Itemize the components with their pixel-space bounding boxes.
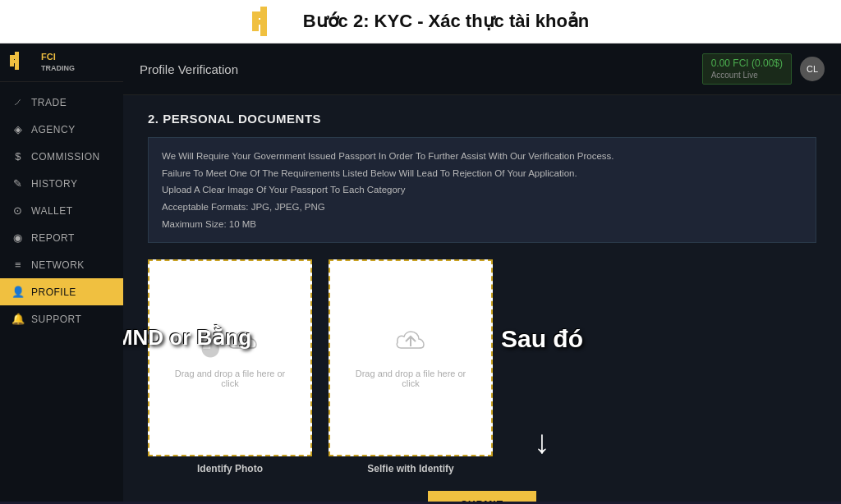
sidebar-item-trade[interactable]: ⟋ TRADE: [0, 89, 123, 116]
req-line-5: Maximum Size: 10 MB: [162, 216, 802, 233]
banner-title: Bước 2: KYC - Xác thực tài khoản: [303, 11, 590, 32]
sidebar-nav: ⟋ TRADE ◈ AGENCY $ COMMISSION ✎ HISTORY …: [0, 89, 123, 332]
history-icon: ✎: [11, 177, 25, 190]
req-line-2: Failure To Meet One Of The Requirements …: [162, 165, 802, 182]
selfie-upload[interactable]: Drag and drop a file here or click: [329, 259, 493, 456]
sidebar-logo: FCI TRADING: [0, 44, 123, 82]
avatar[interactable]: CL: [800, 57, 825, 81]
sidebar-item-profile[interactable]: 👤 PROFILE: [0, 278, 123, 305]
sidebar-item-wallet[interactable]: ⊙ WALLET: [0, 197, 123, 224]
sidebar-item-network[interactable]: ≡ NETWORK: [0, 251, 123, 278]
submit-button[interactable]: SUBMIT: [428, 491, 536, 502]
trade-icon: ⟋: [11, 96, 25, 108]
requirements-box: We Will Require Your Government Issued P…: [148, 137, 816, 243]
upload-cloud-icon-2: [394, 328, 427, 360]
commission-icon: $: [11, 150, 25, 163]
upload-annotation: Tải lên CMND or Bằng lái xe: [123, 325, 271, 376]
sidebar-item-report[interactable]: ◉ REPORT: [0, 224, 123, 251]
req-line-3: Upload A Clear Image Of Your Passport To…: [162, 181, 802, 199]
support-icon: 🔔: [11, 313, 25, 325]
sidebar: FCI TRADING ⟋ TRADE ◈ AGENCY $ COMMISSIO…: [0, 44, 123, 502]
section-title: 2. PERSONAL DOCUMENTS: [148, 112, 816, 126]
sidebar-item-support[interactable]: 🔔 SUPPORT: [0, 305, 123, 332]
upload-inner-2: Drag and drop a file here or click: [330, 320, 491, 396]
profile-icon: 👤: [11, 286, 25, 298]
sidebar-item-history[interactable]: ✎ HISTORY: [0, 170, 123, 197]
sidebar-brand-text: FCI TRADING: [41, 52, 75, 73]
main-layout: FCI TRADING ⟋ TRADE ◈ AGENCY $ COMMISSIO…: [0, 44, 841, 502]
main-content: 2. PERSONAL DOCUMENTS We Will Require Yo…: [123, 95, 841, 502]
svg-rect-2: [252, 11, 267, 18]
identify-photo-label: Identify Photo: [197, 463, 263, 474]
req-line-4: Acceptable Formats: JPG, JPEG, PNG: [162, 199, 802, 216]
agency-icon: ◈: [11, 123, 25, 135]
svg-rect-3: [252, 20, 264, 25]
top-logo: [252, 7, 293, 36]
req-line-1: We Will Require Your Government Issued P…: [162, 148, 802, 165]
sidebar-logo-icon: [10, 52, 36, 73]
upload-section: ◕ Drag and drop a file here or click Ide…: [148, 259, 816, 474]
network-icon: ≡: [11, 259, 25, 271]
svg-rect-6: [10, 55, 19, 59]
account-balance: 0.00 FCI (0.00$) Account Live: [702, 53, 792, 85]
wallet-icon: ⊙: [11, 204, 25, 217]
report-icon: ◉: [11, 231, 25, 244]
top-banner: Bước 2: KYC - Xác thực tài khoản: [0, 0, 841, 44]
svg-rect-7: [10, 60, 17, 63]
content-header: Profile Verification 0.00 FCI (0.00$) Ac…: [123, 44, 841, 95]
sidebar-item-agency[interactable]: ◈ AGENCY: [0, 116, 123, 143]
arrow-annotation: Sau đó: [501, 325, 583, 353]
page-title: Profile Verification: [140, 62, 238, 76]
header-right: 0.00 FCI (0.00$) Account Live CL: [702, 53, 825, 85]
content-area: Profile Verification 0.00 FCI (0.00$) Ac…: [123, 44, 841, 502]
sidebar-item-commission[interactable]: $ COMMISSION: [0, 143, 123, 170]
selfie-label: Selfie with Identify: [367, 463, 453, 474]
upload-col-2: Drag and drop a file here or click Selfi…: [329, 259, 493, 474]
arrow-down-icon: ↓: [534, 424, 550, 460]
